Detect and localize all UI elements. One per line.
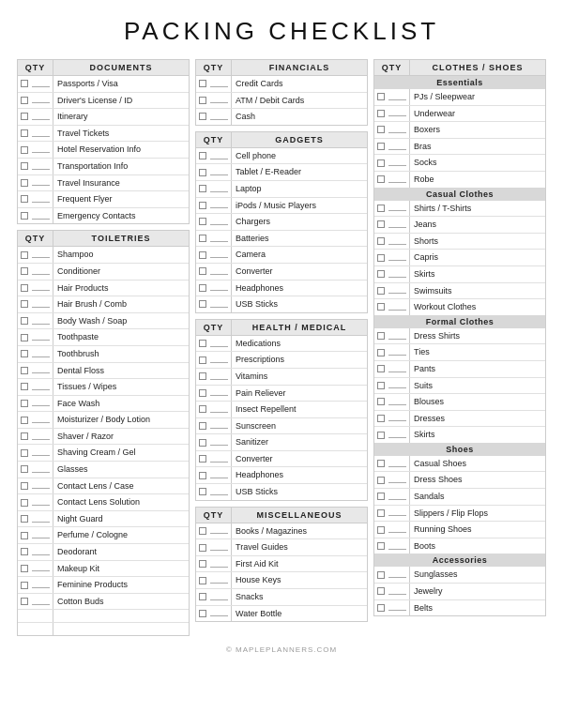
checkbox[interactable] (377, 432, 385, 439)
checkbox[interactable] (199, 284, 206, 292)
checkbox[interactable] (199, 251, 206, 259)
checkbox[interactable] (199, 577, 206, 584)
checkbox[interactable] (21, 179, 28, 187)
checkbox[interactable] (377, 460, 385, 467)
checkbox[interactable] (199, 340, 206, 347)
title-health: HEALTH / MEDICAL (232, 320, 367, 335)
checkbox[interactable] (377, 110, 385, 117)
checkbox[interactable] (199, 202, 206, 209)
checkbox[interactable] (377, 270, 385, 278)
checkbox[interactable] (377, 205, 385, 212)
checkbox[interactable] (21, 515, 28, 523)
checkbox[interactable] (199, 455, 206, 463)
checkbox[interactable] (377, 493, 385, 500)
checkbox[interactable] (377, 287, 385, 295)
checkbox[interactable] (377, 143, 385, 150)
item-label: Shampoo (53, 247, 189, 263)
checkbox[interactable] (199, 593, 206, 600)
checkbox[interactable] (377, 365, 385, 372)
checkbox[interactable] (199, 372, 206, 380)
item-label: Hair Products (53, 281, 189, 296)
checkbox[interactable] (377, 303, 385, 311)
checkbox[interactable] (377, 175, 385, 183)
checkbox[interactable] (199, 169, 206, 176)
checkbox[interactable] (377, 220, 385, 228)
checkbox[interactable] (377, 571, 385, 579)
checkbox[interactable] (21, 80, 28, 87)
checkbox[interactable] (199, 405, 206, 413)
checkbox[interactable] (199, 488, 206, 495)
checkbox[interactable] (21, 417, 28, 424)
checkbox[interactable] (21, 565, 28, 572)
checkbox[interactable] (377, 254, 385, 262)
checkbox[interactable] (21, 482, 28, 490)
checkbox[interactable] (377, 477, 385, 484)
checkbox[interactable] (377, 587, 385, 595)
checkbox[interactable] (21, 251, 28, 259)
checkbox[interactable] (199, 152, 206, 159)
checkbox[interactable] (199, 356, 206, 364)
checkbox[interactable] (377, 398, 385, 405)
checkbox[interactable] (21, 300, 28, 308)
checkbox[interactable] (21, 383, 28, 390)
checkbox[interactable] (199, 80, 206, 87)
checkbox[interactable] (199, 235, 206, 242)
qty-label-clothes: QTY (374, 60, 410, 75)
checkbox[interactable] (377, 509, 385, 517)
checkbox[interactable] (21, 113, 28, 120)
checkbox[interactable] (199, 560, 206, 568)
checkbox[interactable] (21, 284, 28, 292)
checkbox[interactable] (21, 367, 28, 374)
item-label: Jeans (410, 217, 545, 233)
checkbox[interactable] (21, 195, 28, 203)
item-label: Capris (410, 250, 545, 265)
checkbox[interactable] (21, 432, 28, 440)
checkbox[interactable] (199, 300, 206, 308)
checkbox[interactable] (21, 162, 28, 170)
checkbox[interactable] (199, 267, 206, 275)
checkbox[interactable] (21, 465, 28, 473)
checkbox[interactable] (21, 97, 28, 104)
checkbox[interactable] (21, 400, 28, 407)
checkbox[interactable] (21, 317, 28, 325)
checkbox[interactable] (377, 382, 385, 389)
checkbox[interactable] (199, 113, 206, 120)
checkbox[interactable] (199, 610, 206, 617)
item-label: Workout Clothes (410, 299, 545, 315)
checkbox[interactable] (21, 212, 28, 220)
checkbox[interactable] (377, 332, 385, 340)
checkbox[interactable] (21, 499, 28, 507)
checkbox[interactable] (21, 548, 28, 555)
checkbox[interactable] (199, 389, 206, 397)
checkbox[interactable] (377, 604, 385, 612)
checkbox[interactable] (377, 237, 385, 245)
checkbox[interactable] (377, 415, 385, 422)
checkbox[interactable] (199, 527, 206, 535)
checkbox[interactable] (21, 146, 28, 154)
checkbox[interactable] (199, 422, 206, 430)
checkbox[interactable] (21, 582, 28, 589)
checkbox[interactable] (377, 93, 385, 100)
checkbox[interactable] (199, 439, 206, 447)
item-label: Passports / Visa (53, 76, 189, 92)
checkbox[interactable] (21, 267, 28, 275)
checkbox[interactable] (21, 350, 28, 357)
checkbox[interactable] (21, 532, 28, 539)
checkbox[interactable] (377, 542, 385, 550)
checkbox[interactable] (21, 449, 28, 457)
checkbox[interactable] (21, 129, 28, 137)
checkbox[interactable] (21, 598, 28, 605)
checkbox[interactable] (199, 218, 206, 225)
checkbox[interactable] (377, 159, 385, 167)
items-documents: Passports / Visa Driver's License / ID I… (18, 76, 189, 223)
checkbox[interactable] (199, 544, 206, 552)
checkbox[interactable] (199, 185, 206, 192)
checkbox[interactable] (377, 126, 385, 133)
checkbox[interactable] (199, 472, 206, 479)
title-documents: DOCUMENTS (53, 60, 189, 75)
item-label: Belts (410, 600, 545, 616)
checkbox[interactable] (21, 334, 28, 341)
checkbox[interactable] (199, 97, 206, 104)
checkbox[interactable] (377, 526, 385, 534)
checkbox[interactable] (377, 349, 385, 356)
